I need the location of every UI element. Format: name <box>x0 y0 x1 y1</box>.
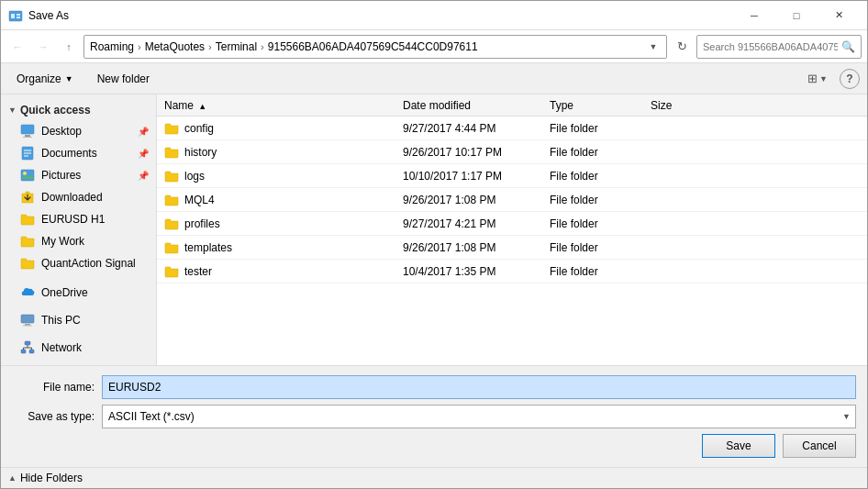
mywork-folder-icon <box>19 233 36 250</box>
documents-label: Documents <box>41 147 97 160</box>
filename-input[interactable] <box>102 375 856 399</box>
minimize-button[interactable]: ─ <box>733 1 775 30</box>
folder-icon <box>164 240 179 255</box>
new-folder-label: New folder <box>97 72 150 85</box>
cancel-button[interactable]: Cancel <box>783 434 856 458</box>
forward-button[interactable]: → <box>32 36 54 58</box>
table-row[interactable]: logs 10/10/2017 1:17 PM File folder <box>157 164 867 188</box>
view-icon: ⊞ <box>807 72 818 85</box>
eurusdh1-folder-icon <box>19 211 36 228</box>
filename-row: File name: <box>12 375 856 399</box>
file-name-text: MQL4 <box>184 194 215 206</box>
quick-access-label: Quick access <box>20 104 91 117</box>
bottom-section: File name: Save as type: ASCII Text (*.c… <box>1 365 867 463</box>
table-row[interactable]: history 9/26/2017 10:17 PM File folder <box>157 140 867 164</box>
file-name-cell: logs <box>164 169 403 183</box>
table-row[interactable]: templates 9/26/2017 1:08 PM File folder <box>157 236 867 260</box>
sidebar-item-downloaded[interactable]: Downloaded <box>1 186 156 208</box>
file-name-text: config <box>184 122 214 135</box>
save-button[interactable]: Save <box>702 434 775 458</box>
maximize-button[interactable]: □ <box>775 1 818 30</box>
help-button[interactable]: ? <box>840 69 860 89</box>
folder-icon <box>164 145 179 160</box>
filetype-label: Save as type: <box>12 410 95 423</box>
file-date-cell: 9/27/2017 4:21 PM <box>403 217 550 230</box>
main-content: ▼ Quick access Desktop 📌 <box>1 94 867 365</box>
sidebar-item-onedrive[interactable]: OneDrive <box>1 282 156 304</box>
table-row[interactable]: tester 10/4/2017 1:35 PM File folder <box>157 260 867 283</box>
organize-dropdown-icon: ▼ <box>65 74 73 83</box>
table-row[interactable]: MQL4 9/26/2017 1:08 PM File folder <box>157 188 867 212</box>
organize-label: Organize <box>17 72 61 85</box>
sidebar-item-network[interactable]: Network <box>1 337 156 359</box>
sidebar-item-mywork[interactable]: My Work <box>1 230 156 252</box>
save-label: Save <box>726 439 751 452</box>
network-icon <box>19 339 36 356</box>
file-type-cell: File folder <box>550 170 651 183</box>
svg-rect-2 <box>17 14 20 16</box>
sidebar-item-thispc[interactable]: This PC <box>1 309 156 331</box>
file-name-cell: templates <box>164 240 403 255</box>
view-dropdown-icon: ▼ <box>819 74 828 83</box>
sidebar-item-quantaction[interactable]: QuantAction Signal <box>1 252 156 274</box>
filetype-row: Save as type: ASCII Text (*.csv) ▼ <box>12 405 856 428</box>
filename-label: File name: <box>12 381 95 394</box>
refresh-button[interactable]: ↻ <box>671 36 693 58</box>
file-type-cell: File folder <box>550 217 651 230</box>
file-name-text: logs <box>184 170 205 183</box>
file-name-text: profiles <box>184 217 220 230</box>
svg-rect-19 <box>29 350 34 353</box>
view-button[interactable]: ⊞ ▼ <box>803 69 832 88</box>
table-row[interactable]: config 9/27/2017 4:44 PM File folder <box>157 117 867 140</box>
dialog-title: Save As <box>28 9 733 22</box>
svg-rect-14 <box>21 315 34 323</box>
title-bar: Save As ─ □ ✕ <box>1 1 867 30</box>
svg-rect-6 <box>23 137 32 138</box>
svg-rect-18 <box>21 350 26 353</box>
pin-icon-documents: 📌 <box>138 149 149 159</box>
breadcrumb-id: 915566BA06ADA407569C544CC0D97611 <box>268 40 478 53</box>
address-bar: ← → ↑ Roaming › MetaQuotes › Terminal › … <box>1 30 867 63</box>
quantaction-label: QuantAction Signal <box>41 257 136 270</box>
sidebar-item-pictures[interactable]: Pictures 📌 <box>1 164 156 186</box>
cancel-label: Cancel <box>802 439 836 452</box>
col-name-header[interactable]: Name ▲ <box>164 99 403 112</box>
file-type-cell: File folder <box>550 122 651 135</box>
downloaded-icon <box>19 189 36 206</box>
downloaded-label: Downloaded <box>41 191 103 204</box>
new-folder-button[interactable]: New folder <box>89 69 158 89</box>
search-input[interactable] <box>703 41 838 52</box>
address-path[interactable]: Roaming › MetaQuotes › Terminal › 915566… <box>83 35 667 59</box>
breadcrumb-metaquotes: MetaQuotes <box>145 40 205 53</box>
sidebar-item-eurusdh1[interactable]: EURUSD H1 <box>1 208 156 230</box>
quick-access-header[interactable]: ▼ Quick access <box>1 100 156 120</box>
back-button[interactable]: ← <box>6 36 28 58</box>
up-button[interactable]: ↑ <box>58 36 80 58</box>
file-name-text: templates <box>184 241 232 254</box>
col-date-header[interactable]: Date modified <box>403 99 550 112</box>
sidebar-item-desktop[interactable]: Desktop 📌 <box>1 120 156 142</box>
sidebar-item-documents[interactable]: Documents 📌 <box>1 142 156 164</box>
file-type-cell: File folder <box>550 265 651 278</box>
window-controls: ─ □ ✕ <box>733 1 860 30</box>
address-dropdown-button[interactable]: ▼ <box>646 35 661 59</box>
search-icon: 🔍 <box>841 40 855 53</box>
organize-button[interactable]: Organize ▼ <box>8 69 82 89</box>
file-type-cell: File folder <box>550 241 651 254</box>
pictures-icon <box>19 167 36 183</box>
file-name-cell: MQL4 <box>164 193 403 207</box>
quantaction-folder-icon <box>19 255 36 272</box>
col-type-header[interactable]: Type <box>550 99 651 112</box>
file-date-cell: 10/10/2017 1:17 PM <box>403 170 550 183</box>
file-name-cell: config <box>164 121 403 136</box>
pin-icon-pictures: 📌 <box>138 171 149 181</box>
col-size-header[interactable]: Size <box>651 99 860 112</box>
table-row[interactable]: profiles 9/27/2017 4:21 PM File folder <box>157 212 867 236</box>
filetype-select[interactable]: ASCII Text (*.csv) <box>102 405 856 428</box>
file-rows-container: config 9/27/2017 4:44 PM File folder his… <box>157 117 867 283</box>
close-button[interactable]: ✕ <box>818 1 860 30</box>
hide-folders-label: Hide Folders <box>20 472 83 484</box>
sort-arrow: ▲ <box>198 102 206 111</box>
folder-icon <box>164 169 179 183</box>
hide-folders-bar[interactable]: ▲ Hide Folders <box>1 467 867 488</box>
